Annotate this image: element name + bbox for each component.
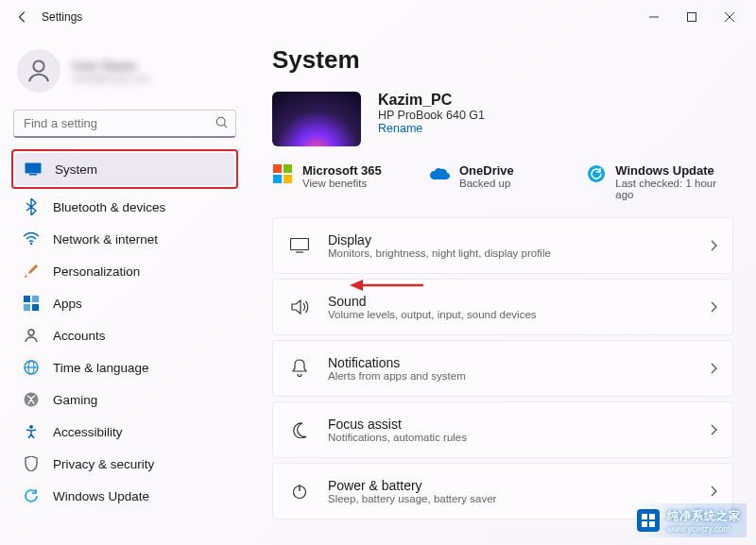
content: System Kazim_PC HP ProBook 640 G1 Rename… xyxy=(246,34,756,545)
maximize-button[interactable] xyxy=(673,2,711,32)
svg-rect-19 xyxy=(284,164,292,173)
wifi-icon xyxy=(23,230,40,247)
svg-point-17 xyxy=(29,425,33,429)
item-title: Sound xyxy=(328,294,537,309)
sidebar-item-system[interactable]: System xyxy=(15,153,234,185)
status-windows-update[interactable]: Windows UpdateLast checked: 1 hour ago xyxy=(586,163,733,200)
arrow-left-icon xyxy=(16,10,29,24)
display-icon xyxy=(288,238,311,253)
rename-link[interactable]: Rename xyxy=(378,122,485,135)
microsoft-365-icon xyxy=(272,163,293,184)
sidebar-item-accessibility[interactable]: Accessibility xyxy=(13,416,236,448)
svg-rect-10 xyxy=(24,304,30,311)
person-icon xyxy=(25,57,53,85)
settings-item-focus[interactable]: Focus assistNotifications, automatic rul… xyxy=(272,401,733,458)
chevron-right-icon xyxy=(710,301,717,313)
pc-model: HP ProBook 640 G1 xyxy=(378,109,485,122)
svg-rect-20 xyxy=(273,175,282,183)
svg-rect-5 xyxy=(26,163,42,174)
item-sub: Sleep, battery usage, battery saver xyxy=(328,493,496,504)
sidebar-item-update[interactable]: Windows Update xyxy=(13,480,236,512)
logo-icon xyxy=(635,507,662,534)
settings-item-display[interactable]: DisplayMonitors, brightness, night light… xyxy=(272,217,733,274)
svg-point-7 xyxy=(30,243,32,245)
search-wrap xyxy=(13,110,236,138)
sidebar-item-label: Windows Update xyxy=(53,489,149,503)
highlight-annotation: System xyxy=(11,149,238,189)
user-info: User Name user@email.com xyxy=(72,59,150,84)
close-button[interactable] xyxy=(711,2,748,32)
settings-list: DisplayMonitors, brightness, night light… xyxy=(272,217,733,519)
sidebar-item-gaming[interactable]: Gaming xyxy=(13,383,236,416)
svg-rect-1 xyxy=(688,13,696,22)
globe-icon xyxy=(23,359,40,376)
sidebar-item-label: Personalization xyxy=(53,264,140,279)
xbox-icon xyxy=(23,391,40,408)
svg-point-12 xyxy=(28,330,34,335)
status-sub: Backed up xyxy=(459,178,514,189)
minimize-button[interactable] xyxy=(635,2,673,32)
sidebar-item-label: Network & internet xyxy=(53,232,158,247)
app-title: Settings xyxy=(42,10,82,24)
search-icon xyxy=(215,116,229,129)
user-name: User Name xyxy=(72,59,150,73)
svg-rect-29 xyxy=(642,514,647,519)
back-button[interactable] xyxy=(8,2,38,32)
svg-line-4 xyxy=(224,125,227,128)
svg-rect-23 xyxy=(291,239,309,250)
display-icon xyxy=(25,161,42,178)
item-title: Notifications xyxy=(328,355,466,370)
item-sub: Volume levels, output, input, sound devi… xyxy=(328,309,537,320)
pc-name: Kazim_PC xyxy=(378,92,485,109)
page-title: System xyxy=(272,45,733,75)
sidebar-item-label: Bluetooth & devices xyxy=(53,200,165,214)
status-microsoft365[interactable]: Microsoft 365View benefits xyxy=(272,163,420,200)
chevron-right-icon xyxy=(710,363,717,374)
svg-point-22 xyxy=(588,165,605,182)
sidebar-item-accounts[interactable]: Accounts xyxy=(13,319,236,351)
item-title: Focus assist xyxy=(328,417,467,432)
svg-point-3 xyxy=(216,117,225,126)
bell-icon xyxy=(288,359,311,378)
cloud-icon xyxy=(429,163,450,184)
item-sub: Alerts from apps and system xyxy=(328,370,466,382)
svg-rect-30 xyxy=(649,514,655,519)
chevron-right-icon xyxy=(710,424,717,435)
apps-icon xyxy=(23,295,40,312)
wallpaper-thumbnail xyxy=(272,92,361,146)
svg-rect-11 xyxy=(32,304,39,311)
search-input[interactable] xyxy=(13,110,236,138)
sidebar-item-label: Apps xyxy=(53,297,82,311)
settings-item-sound[interactable]: SoundVolume levels, output, input, sound… xyxy=(272,279,733,335)
item-sub: Monitors, brightness, night light, displ… xyxy=(328,247,551,259)
svg-rect-28 xyxy=(637,509,660,532)
settings-item-notifications[interactable]: NotificationsAlerts from apps and system xyxy=(272,340,733,397)
sidebar-item-apps[interactable]: Apps xyxy=(13,287,236,319)
sidebar-item-personalization[interactable]: Personalization xyxy=(13,255,236,287)
sidebar-item-label: System xyxy=(55,162,97,177)
sidebar-item-network[interactable]: Network & internet xyxy=(13,223,236,255)
item-title: Display xyxy=(328,232,551,247)
svg-rect-31 xyxy=(642,521,647,527)
sidebar-item-privacy[interactable]: Privacy & security xyxy=(13,448,236,480)
status-sub: Last checked: 1 hour ago xyxy=(615,178,733,200)
user-account-row[interactable]: User Name user@email.com xyxy=(13,43,236,106)
svg-rect-9 xyxy=(32,296,39,302)
svg-rect-8 xyxy=(24,296,30,302)
chevron-right-icon xyxy=(710,240,717,251)
sidebar-item-label: Accessibility xyxy=(53,425,123,439)
chevron-right-icon xyxy=(710,485,717,497)
status-sub: View benefits xyxy=(302,178,382,189)
power-icon xyxy=(288,483,311,500)
minimize-icon xyxy=(649,12,659,22)
sidebar-item-bluetooth[interactable]: Bluetooth & devices xyxy=(13,191,236,223)
moon-icon xyxy=(288,421,311,438)
svg-point-2 xyxy=(33,60,43,71)
sidebar-item-label: Time & language xyxy=(53,361,149,375)
status-onedrive[interactable]: OneDriveBacked up xyxy=(429,163,576,200)
sidebar-item-time[interactable]: Time & language xyxy=(13,351,236,383)
status-title: OneDrive xyxy=(459,163,514,178)
svg-rect-21 xyxy=(284,175,292,183)
titlebar: Settings xyxy=(0,0,756,34)
watermark-text: 纯净系统之家 xyxy=(667,509,741,522)
